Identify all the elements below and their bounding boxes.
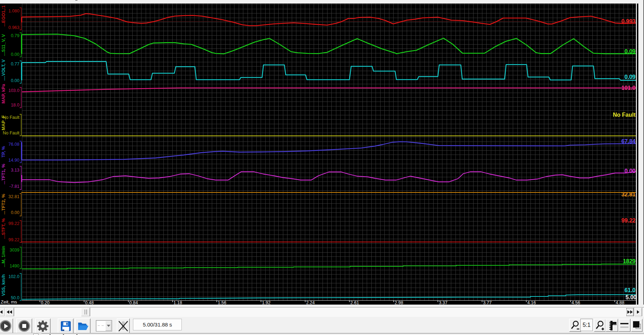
svg-text:103.0: 103.0 [8,88,19,93]
svg-text:...S11_V, V: ...S11_V, V [1,34,6,56]
svg-text:0.79: 0.79 [11,33,19,38]
svg-text:4.16: 4.16 [527,300,536,305]
svg-text:1.56: 1.56 [218,300,226,305]
svg-text:...TFT1, %: ...TFT1, % [1,164,6,184]
svg-text:99.22: 99.22 [8,237,19,242]
svg-text:32.81: 32.81 [8,194,19,199]
svg-text:0.20: 0.20 [41,300,50,305]
svg-text:0.00: 0.00 [11,210,19,215]
svg-text:-7.81: -7.81 [10,184,20,189]
svg-text:0.00: 0.00 [11,52,19,57]
svg-text:0.48: 0.48 [85,300,94,305]
svg-text:102.0: 102.0 [8,274,19,279]
svg-text:1.080: 1.080 [8,8,19,13]
svg-text:2.98: 2.98 [395,300,403,305]
svg-text:...EGO1,:1: ...EGO1,:1 [1,5,6,27]
svg-text:3039: 3039 [10,248,19,253]
svg-text:MAP, kPa: MAP, kPa [1,83,6,103]
svg-text:3.13: 3.13 [11,168,19,173]
svg-text:61.0: 61.0 [625,287,636,293]
svg-text:0.84: 0.84 [129,300,138,305]
svg-text:2.61: 2.61 [350,300,359,305]
svg-text:99.22: 99.22 [8,221,19,226]
svg-text:Zeit, ms: Zeit, ms [1,299,17,305]
svg-text:...TFT2, %: ...TFT2, % [1,194,6,214]
svg-text:14.90: 14.90 [8,158,19,163]
svg-text:VSS, km/h: VSS, km/h [1,274,6,296]
svg-text:0.00: 0.00 [11,78,19,83]
svg-text:No Fault: No Fault [613,112,636,118]
svg-text:0.09: 0.09 [625,74,636,80]
svg-text:76.08: 76.08 [8,142,19,147]
svg-text:...M, 1/min: ...M, 1/min [1,246,6,267]
svg-text:18.0: 18.0 [11,103,19,108]
svg-text:1.92: 1.92 [262,300,271,305]
svg-text:4.56: 4.56 [572,300,580,305]
svg-text:1490: 1490 [10,264,19,268]
svg-text:99.22: 99.22 [621,218,636,224]
svg-text:No Fault: No Fault [3,115,20,120]
svg-text:3.77: 3.77 [483,300,492,305]
svg-text:...STFT, %: ...STFT, % [1,218,6,239]
svg-text:....VOLT, V: ....VOLT, V [1,59,6,81]
svg-text:0.963: 0.963 [8,25,19,30]
svg-text:No Fault: No Fault [3,131,20,135]
svg-text:3.37: 3.37 [439,300,447,305]
svg-text:2.24: 2.24 [306,300,315,305]
svg-text:1.18: 1.18 [174,300,182,305]
svg-text:TP, %: TP, % [1,146,6,157]
svg-text:0.77: 0.77 [11,62,19,67]
svg-text:4.88: 4.88 [616,300,624,305]
svg-text:1829: 1829 [623,258,636,264]
